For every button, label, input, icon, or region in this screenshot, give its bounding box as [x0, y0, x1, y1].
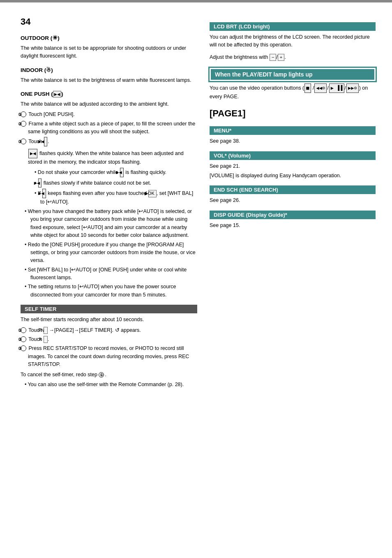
note-redo: Redo the [ONE PUSH] procedure if you cha… — [25, 241, 197, 265]
note-wht-bal: Set [WHT BAL] to [↩AUTO] or [ONE PUSH] u… — [25, 266, 197, 282]
vol-body1: See page 21. — [210, 162, 376, 170]
bullet-flashes-slowly: ▶◀ flashes slowly if white balance could… — [35, 178, 197, 188]
play-edit-banner: When the PLAY/EDIT lamp lights up — [215, 71, 313, 78]
one-push-title: ONE PUSH (▶◀) — [21, 90, 197, 99]
menu-banner: MENU* — [210, 126, 376, 135]
right-column: LCD BRT (LCD bright) You can adjust the … — [210, 16, 376, 542]
self-step-3: ③ Press REC START/STOP to record movies,… — [21, 345, 197, 368]
step-3: ③ Touch ▶◀. — [21, 137, 197, 146]
page1-label: [PAGE1] — [210, 107, 376, 120]
main-notes: When you have changed the battery pack w… — [25, 208, 197, 299]
self-timer-bullets: You can also use the self-timer with the… — [25, 381, 197, 389]
self-timer-steps: ① Touch FN →[PAGE2]→[SELF TIMER]. ↺ appe… — [21, 326, 197, 369]
self-step-1: ① Touch FN →[PAGE2]→[SELF TIMER]. ↺ appe… — [21, 326, 197, 334]
menu-body: See page 38. — [210, 137, 376, 145]
note-returns: The setting returns to [↩AUTO] when you … — [25, 283, 197, 299]
one-push-steps: ① Touch [ONE PUSH]. ② Frame a white obje… — [21, 111, 197, 146]
play-edit-body: You can use the video operation buttons … — [210, 83, 376, 101]
vol-banner: VOL* (Volume) — [210, 151, 376, 160]
lcd-brt-banner: LCD BRT (LCD bright) — [210, 22, 376, 31]
outdoor-title: OUTDOOR (☀) — [21, 33, 197, 43]
step-1: ① Touch [ONE PUSH]. — [21, 111, 197, 118]
play-edit-banner-box: When the PLAY/EDIT lamp lights up — [210, 68, 376, 81]
one-push-sub-bullets: Do not shake your camcorder while ▶◀ is … — [35, 168, 197, 206]
lcd-brt-body2: Adjust the brightness with −/+. — [210, 53, 376, 61]
remote-commander-note: You can also use the self-timer with the… — [25, 381, 197, 389]
indoor-title: INDOOR (☃) — [21, 66, 197, 75]
step-2: ② Frame a white object such as a piece o… — [21, 120, 197, 136]
vol-body2: [VOLUME] is displayed during Easy Handyc… — [210, 172, 376, 180]
outdoor-body: The white balance is set to be appropria… — [21, 44, 197, 60]
end-sch-banner: END SCH (END SEARCH) — [210, 185, 376, 194]
lcd-brt-body1: You can adjust the brightness of the LCD… — [210, 33, 376, 49]
step3-note-block: ▶◀ flashes quickly. When the white balan… — [28, 149, 197, 206]
top-bar — [0, 0, 392, 2]
self-timer-cancel-note: To cancel the self-timer, redo step ①. — [21, 371, 197, 379]
self-timer-body: The self-timer starts recording after ab… — [21, 316, 197, 324]
bullet-keeps-flashing: If ▶◀ keeps flashing even after you have… — [35, 189, 197, 206]
page-number: 34 — [21, 16, 197, 27]
end-sch-body: See page 26. — [210, 197, 376, 204]
note-battery: When you have changed the battery pack w… — [25, 208, 197, 240]
self-step-2: ② Touch ✕. — [21, 336, 197, 343]
left-column: 34 OUTDOOR (☀) The white balance is set … — [21, 16, 197, 542]
step3-note: ▶◀ flashes quickly. When the white balan… — [28, 149, 197, 166]
one-push-body: The white balance will be adjusted accor… — [21, 100, 197, 108]
self-timer-banner: SELF TIMER — [21, 305, 197, 313]
disp-guide-body: See page 15. — [210, 222, 376, 229]
indoor-body: The white balance is set to the brightne… — [21, 76, 197, 84]
one-push-icon: ▶◀ — [44, 137, 47, 146]
bullet-no-shake: Do not shake your camcorder while ▶◀ is … — [35, 168, 197, 177]
disp-guide-banner: DISP GUIDE (Display Guide)* — [210, 211, 376, 219]
